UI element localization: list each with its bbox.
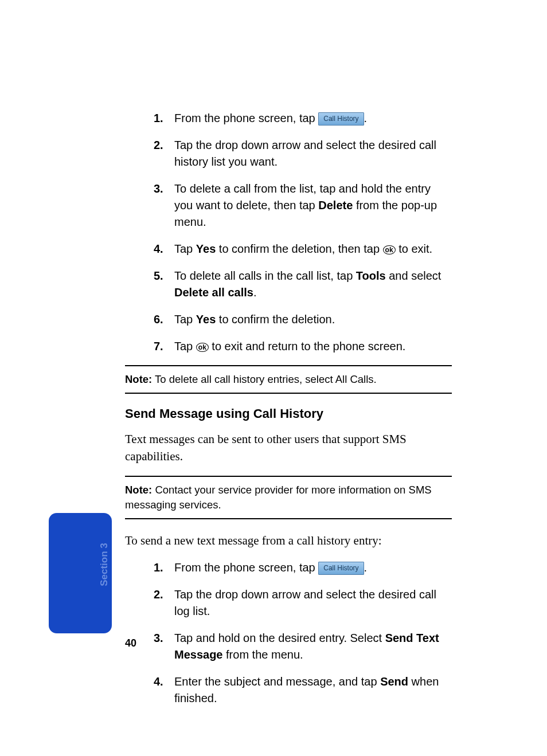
section-heading: Send Message using Call History <box>125 406 452 421</box>
step-text: From the phone screen, tap Call History. <box>174 559 452 576</box>
step-item: 2. Tap the drop down arrow and select th… <box>154 137 452 170</box>
step-number: 7. <box>154 338 172 355</box>
step-item: 4. Tap Yes to confirm the deletion, then… <box>154 241 452 257</box>
step-item: 6. Tap Yes to confirm the deletion. <box>154 311 452 328</box>
step-text: To delete all calls in the call list, ta… <box>174 268 452 301</box>
step-number: 3. <box>154 181 172 230</box>
note-text: Contact your service provider for more i… <box>125 484 432 511</box>
step-number: 3. <box>154 630 172 663</box>
step-text: Tap the drop down arrow and select the d… <box>174 137 452 170</box>
step-item: 2. Tap the drop down arrow and select th… <box>154 586 452 620</box>
step-item: 1. From the phone screen, tap Call Histo… <box>154 559 452 576</box>
step-text: From the phone screen, tap Call History. <box>174 110 452 127</box>
body-paragraph: To send a new text message from a call h… <box>125 532 452 549</box>
step-text: Tap the drop down arrow and select the d… <box>174 586 452 620</box>
step-number: 4. <box>154 241 172 257</box>
call-history-button-icon: Call History <box>318 562 364 575</box>
step-number: 1. <box>154 559 172 576</box>
step-number: 6. <box>154 311 172 328</box>
section-tab-label: Section 3 <box>99 543 110 586</box>
step-item: 3. To delete a call from the list, tap a… <box>154 181 452 230</box>
step-text: Tap Yes to confirm the deletion, then ta… <box>174 241 452 257</box>
step-text: Enter the subject and message, and tap S… <box>174 673 452 707</box>
page-content: 1. From the phone screen, tap Call Histo… <box>125 110 452 717</box>
step-list-2: 1. From the phone screen, tap Call Histo… <box>125 559 452 707</box>
step-text: Tap and hold on the desired entry. Selec… <box>174 630 452 663</box>
step-number: 1. <box>154 110 172 127</box>
step-item: 4. Enter the subject and message, and ta… <box>154 673 452 707</box>
ok-icon: ok <box>383 245 396 254</box>
step-item: 1. From the phone screen, tap Call Histo… <box>154 110 452 127</box>
ok-icon: ok <box>196 343 209 352</box>
step-number: 2. <box>154 137 172 170</box>
step-number: 2. <box>154 586 172 620</box>
note-label: Note: <box>125 484 152 496</box>
section-tab: Section 3 <box>49 513 112 633</box>
note-text: To delete all call history entries, sele… <box>152 373 376 385</box>
step-text: To delete a call from the list, tap and … <box>174 181 452 230</box>
step-number: 4. <box>154 673 172 707</box>
step-list-1: 1. From the phone screen, tap Call Histo… <box>125 110 452 355</box>
call-history-button-icon: Call History <box>318 112 364 126</box>
step-text: Tap Yes to confirm the deletion. <box>174 311 452 328</box>
note-label: Note: <box>125 373 152 385</box>
step-item: 3. Tap and hold on the desired entry. Se… <box>154 630 452 663</box>
step-item: 5. To delete all calls in the call list,… <box>154 268 452 301</box>
step-item: 7. Tap ok to exit and return to the phon… <box>154 338 452 355</box>
note-block: Note: Contact your service provider for … <box>125 476 452 519</box>
step-text: Tap ok to exit and return to the phone s… <box>174 338 452 355</box>
body-paragraph: Text messages can be sent to other users… <box>125 430 452 465</box>
note-block: Note: To delete all call history entries… <box>125 365 452 394</box>
step-number: 5. <box>154 268 172 301</box>
